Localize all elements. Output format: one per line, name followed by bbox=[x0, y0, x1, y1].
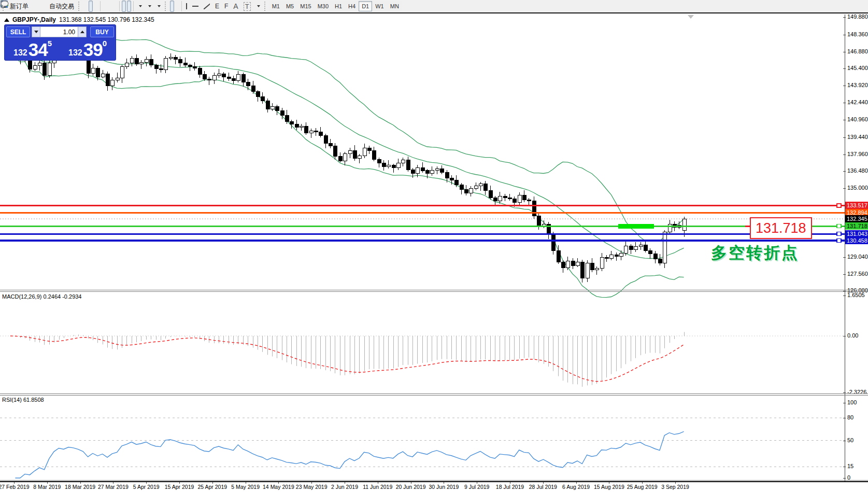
buy-price-prefix: 132 bbox=[68, 48, 82, 58]
timeframe-h1-button[interactable]: H1 bbox=[332, 1, 345, 11]
timeframe-w1-button[interactable]: W1 bbox=[372, 1, 387, 11]
templates-caret bbox=[158, 5, 161, 7]
price-tick-mark bbox=[843, 35, 846, 35]
price-level-lines bbox=[0, 204, 845, 243]
macd-tick-mark bbox=[843, 296, 846, 296]
periods-caret bbox=[148, 5, 151, 7]
price-tick-label: 136.480 bbox=[847, 167, 868, 174]
eraser-button[interactable] bbox=[32, 1, 36, 12]
macd-separator[interactable] bbox=[0, 291, 868, 292]
candlestick-chart-button[interactable] bbox=[89, 1, 93, 12]
trendline-tool-button[interactable] bbox=[202, 1, 212, 12]
volume-increase-button[interactable] bbox=[78, 26, 87, 37]
price-level-label[interactable]: 131.043 bbox=[845, 230, 868, 237]
chat-button[interactable] bbox=[862, 1, 866, 12]
price-level-label[interactable]: 130.458 bbox=[845, 237, 868, 244]
mt4-window: 新订单 自动交易 bbox=[0, 0, 868, 492]
buy-price-big: 39 bbox=[83, 41, 103, 58]
cursor-tool-button[interactable] bbox=[170, 1, 174, 12]
main-toolbar: 新订单 自动交易 bbox=[0, 0, 868, 13]
open-charts-button[interactable] bbox=[37, 1, 41, 12]
volume-decrease-button[interactable] bbox=[32, 26, 40, 37]
volume-input[interactable] bbox=[40, 26, 78, 37]
search-button[interactable] bbox=[857, 1, 861, 12]
rsi-tick-label: 50 bbox=[847, 437, 853, 443]
timeframe-m30-button[interactable]: M30 bbox=[315, 1, 332, 11]
add-indicator-button[interactable] bbox=[136, 1, 144, 12]
price-callout-box[interactable]: 131.718 bbox=[750, 217, 812, 239]
chart-shift-button[interactable] bbox=[127, 1, 131, 12]
timeframe-m1-button[interactable]: M1 bbox=[269, 1, 283, 11]
current-price-label: 132.345 bbox=[845, 215, 868, 222]
vertical-line-tool-button[interactable] bbox=[184, 1, 189, 12]
rsi-separator[interactable] bbox=[0, 395, 868, 396]
trendline-icon bbox=[204, 3, 210, 9]
tile-windows-button[interactable] bbox=[113, 1, 117, 12]
chart-ohlc-values: 131.368 132.545 130.796 132.345 bbox=[59, 16, 154, 23]
scroll-position-marker bbox=[688, 15, 694, 19]
price-tick-mark bbox=[843, 171, 846, 172]
date-axis-border bbox=[0, 481, 868, 482]
macd-tick-label: 1.6505 bbox=[847, 292, 865, 298]
timeframe-h4-button[interactable]: H4 bbox=[345, 1, 359, 11]
bollinger-bands bbox=[10, 39, 684, 297]
signals-button[interactable] bbox=[42, 1, 46, 12]
one-click-collapse-arrow[interactable] bbox=[4, 18, 9, 22]
text-label-tool-button[interactable]: T bbox=[241, 1, 253, 12]
line-chart-button[interactable] bbox=[94, 1, 98, 12]
new-order-button[interactable]: 新订单 bbox=[8, 1, 31, 12]
price-tick-label: 143.920 bbox=[847, 82, 868, 88]
price-tick-label: 146.880 bbox=[847, 48, 868, 54]
toolbar-grip bbox=[264, 2, 267, 11]
price-tick-mark bbox=[843, 154, 846, 155]
templates-button[interactable] bbox=[154, 1, 163, 12]
price-tick-label: 142.440 bbox=[847, 99, 868, 105]
periods-button[interactable] bbox=[145, 1, 153, 12]
volume-stepper bbox=[32, 26, 89, 37]
rsi-separator[interactable] bbox=[0, 393, 868, 394]
zoom-in-button[interactable] bbox=[103, 1, 107, 12]
fibonacci-glyph: F bbox=[224, 3, 228, 10]
arrows-caret bbox=[257, 5, 260, 7]
zoom-out-button[interactable] bbox=[108, 1, 112, 12]
price-level-label[interactable]: 133.517 bbox=[845, 202, 868, 209]
price-tick-mark bbox=[843, 86, 846, 86]
price-tick-label: 140.960 bbox=[847, 116, 868, 122]
timeframe-mn-button[interactable]: MN bbox=[387, 1, 402, 11]
price-tick-label: 135.000 bbox=[847, 185, 868, 191]
arrows-tool-button[interactable] bbox=[254, 1, 262, 12]
channel-tool-button[interactable]: E bbox=[213, 1, 221, 12]
sell-price-display[interactable]: 132345 bbox=[6, 39, 59, 59]
toolbar-divider bbox=[119, 1, 120, 11]
sell-price-big: 34 bbox=[29, 41, 48, 58]
horizontal-line-icon bbox=[192, 6, 198, 7]
pivot-annotation[interactable]: 多空转折点 bbox=[711, 242, 799, 264]
timeframe-d1-button[interactable]: D1 bbox=[359, 1, 372, 11]
macd-tick-label: -2.3226 bbox=[847, 389, 866, 395]
rsi-tick-label: 100 bbox=[847, 399, 857, 405]
macd-separator[interactable] bbox=[0, 290, 868, 290]
price-level-label[interactable]: 131.718 bbox=[845, 222, 868, 230]
candles bbox=[9, 43, 686, 283]
sell-price-prefix: 132 bbox=[13, 48, 27, 58]
timeframe-m15-button[interactable]: M15 bbox=[297, 1, 314, 11]
timeframe-m5-button[interactable]: M5 bbox=[283, 1, 297, 11]
buy-button[interactable]: BUY bbox=[90, 26, 114, 37]
text-tool-button[interactable]: A bbox=[231, 1, 240, 12]
rsi-label: RSI(14) 61.8508 bbox=[2, 397, 44, 403]
horizontal-line-tool-button[interactable] bbox=[190, 1, 201, 12]
fibonacci-tool-button[interactable]: F bbox=[222, 1, 230, 12]
price-tick-label: 127.560 bbox=[847, 271, 868, 277]
text-tool-icon: A bbox=[233, 2, 238, 10]
bar-chart-button[interactable] bbox=[83, 1, 88, 12]
buy-price-sup: 0 bbox=[103, 40, 107, 47]
auto-scroll-button[interactable] bbox=[122, 1, 126, 12]
crosshair-tool-button[interactable] bbox=[175, 1, 179, 12]
sell-button[interactable]: SELL bbox=[6, 26, 30, 37]
auto-trading-button[interactable]: 自动交易 bbox=[47, 1, 76, 12]
toolbar-grip bbox=[78, 2, 81, 11]
one-click-trading-panel: SELL BUY 132345 132390 bbox=[4, 24, 116, 61]
price-tick-mark bbox=[843, 274, 846, 275]
price-tick-label: 149.880 bbox=[847, 13, 868, 20]
buy-price-display[interactable]: 132390 bbox=[61, 39, 114, 59]
